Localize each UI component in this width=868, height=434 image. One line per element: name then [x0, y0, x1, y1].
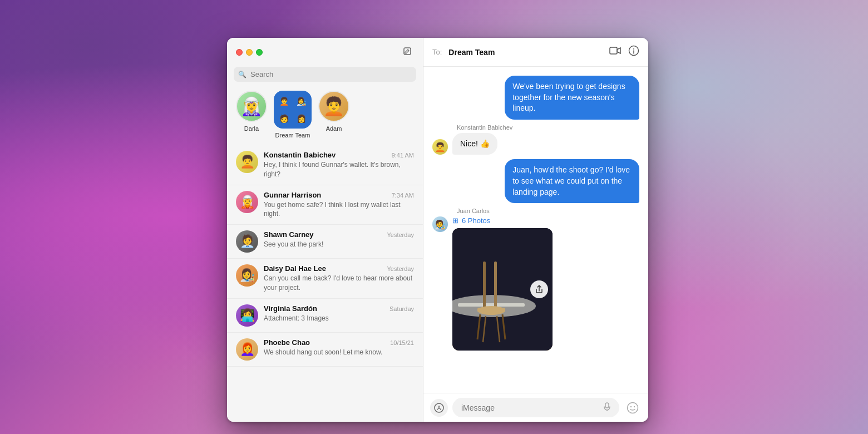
svg-text:A: A — [437, 405, 441, 411]
video-call-icon[interactable] — [609, 46, 622, 58]
message-outgoing-1: We've been trying to get designs togethe… — [432, 76, 639, 120]
message-input-bar: A — [423, 393, 648, 422]
conversation-list: 🧑‍🦱 Konstantin Babichev 9:41 AM Hey, I t… — [227, 145, 423, 422]
group-face-2: 👩‍🎨 — [297, 97, 306, 105]
info-icon[interactable] — [628, 45, 639, 59]
svg-rect-9 — [494, 262, 497, 312]
search-bar: 🔍 — [234, 67, 416, 82]
messages-window: 🔍 🧝‍♀️ Darla 🧑‍🦱 👩‍🎨 🧑 👩 Dream — [227, 38, 648, 422]
recent-contact-adam[interactable]: 🧑‍🦱 Adam — [318, 91, 349, 139]
sc-time: Yesterday — [387, 231, 414, 238]
bubble-outgoing-2: Juan, how'd the shoot go? I'd love to se… — [505, 159, 639, 203]
svg-point-22 — [634, 406, 635, 407]
conversation-item-gh[interactable]: 🧝 Gunnar Harrison 7:34 AM You get home s… — [227, 185, 423, 225]
pc-time: 10/15/21 — [390, 339, 414, 346]
conversation-item-vs[interactable]: 👩‍💻 Virginia Sardón Saturday Attachment:… — [227, 299, 423, 333]
message-outgoing-2: Juan, how'd the shoot go? I'd love to se… — [432, 159, 639, 203]
message-input[interactable] — [461, 403, 599, 412]
bubble-incoming-kb: Nice! 👍 — [452, 133, 497, 155]
group-face-3: 🧑 — [279, 115, 289, 122]
maximize-button[interactable] — [256, 49, 263, 56]
svg-point-20 — [628, 402, 638, 413]
recent-contacts-row: 🧝‍♀️ Darla 🧑‍🦱 👩‍🎨 🧑 👩 Dream Team 🧑‍🦱 — [227, 86, 423, 145]
conversation-item-pc[interactable]: 👩‍🦰 Phoebe Chao 10/15/21 We should hang … — [227, 333, 423, 367]
vs-avatar: 👩‍💻 — [236, 304, 258, 327]
emoji-button[interactable] — [624, 399, 642, 417]
kb-avatar: 🧑‍🦱 — [236, 151, 258, 173]
message-incoming-kb: Konstantin Babichev 🧑‍🦱 Nice! 👍 — [432, 124, 639, 155]
kb-preview: Hey, I think I found Gunnar's wallet. It… — [264, 160, 414, 179]
jc-sender-label: Juan Carlos — [457, 208, 490, 214]
adam-name: Adam — [326, 125, 342, 132]
group-face-1: 🧑‍🦱 — [279, 97, 289, 105]
vs-content: Virginia Sardón Saturday Attachment: 3 I… — [264, 304, 414, 323]
pc-avatar: 👩‍🦰 — [236, 338, 258, 361]
conversation-item-sc[interactable]: 🧑‍💼 Shawn Carney Yesterday See you at th… — [227, 225, 423, 259]
kb-content: Konstantin Babichev 9:41 AM Hey, I think… — [264, 151, 414, 179]
dream-team-avatar: 🧑‍🦱 👩‍🎨 🧑 👩 — [274, 91, 312, 129]
sidebar: 🔍 🧝‍♀️ Darla 🧑‍🦱 👩‍🎨 🧑 👩 Dream — [227, 38, 423, 422]
gh-time: 7:34 AM — [392, 192, 414, 199]
message-input-wrap — [452, 398, 619, 417]
jc-photo-content: ⊞ 6 Photos — [452, 216, 553, 351]
close-button[interactable] — [236, 49, 243, 56]
photos-grid-icon: ⊞ — [452, 216, 458, 225]
conversation-item-ddhl[interactable]: 👩‍🎨 Daisy Dal Hae Lee Yesterday Can you … — [227, 259, 423, 299]
darla-name: Darla — [244, 125, 259, 132]
ddhl-avatar: 👩‍🎨 — [236, 264, 258, 287]
vs-name: Virginia Sardón — [264, 304, 317, 313]
sc-avatar: 🧑‍💼 — [236, 230, 258, 253]
svg-point-21 — [630, 406, 632, 407]
to-label: To: — [432, 48, 442, 56]
sc-name: Shawn Carney — [264, 230, 314, 239]
messages-area: We've been trying to get designs togethe… — [423, 67, 648, 393]
svg-point-3 — [633, 48, 634, 50]
chat-header-actions — [609, 45, 639, 59]
pc-content: Phoebe Chao 10/15/21 We should hang out … — [264, 338, 414, 357]
svg-rect-11 — [477, 308, 505, 312]
kb-time: 9:41 AM — [392, 152, 414, 159]
gh-preview: You get home safe? I think I lost my wal… — [264, 200, 414, 219]
dictation-icon[interactable] — [604, 402, 610, 413]
vs-preview: Attachment: 3 Images — [264, 314, 414, 323]
svg-rect-18 — [605, 403, 609, 408]
dream-team-name: Dream Team — [275, 132, 310, 139]
recent-contact-dream-team[interactable]: 🧑‍🦱 👩‍🎨 🧑 👩 Dream Team — [274, 91, 312, 139]
sc-preview: See you at the park! — [264, 240, 414, 249]
kb-msg-avatar: 🧑‍🦱 — [432, 139, 448, 155]
search-icon: 🔍 — [238, 71, 246, 78]
traffic-lights — [236, 49, 263, 56]
photos-count-label[interactable]: ⊞ 6 Photos — [452, 216, 553, 225]
darla-avatar: 🧝‍♀️ — [236, 91, 267, 122]
ddhl-content: Daisy Dal Hae Lee Yesterday Can you call… — [264, 264, 414, 293]
recent-contact-darla[interactable]: 🧝‍♀️ Darla — [236, 91, 267, 139]
chat-header: To: Dream Team — [423, 38, 648, 67]
jc-avatar: 🧑‍🎨 — [432, 216, 448, 232]
gh-name: Gunnar Harrison — [264, 191, 321, 199]
kb-sender-label: Konstantin Babichev — [457, 124, 512, 131]
chat-contact-name: Dream Team — [448, 48, 605, 57]
adam-avatar: 🧑‍🦱 — [318, 91, 349, 122]
bubble-outgoing-1: We've been trying to get designs togethe… — [505, 76, 639, 120]
group-face-4: 👩 — [297, 115, 306, 122]
compose-button[interactable] — [401, 45, 414, 61]
gh-content: Gunnar Harrison 7:34 AM You get home saf… — [264, 191, 414, 219]
vs-time: Saturday — [389, 305, 414, 312]
photo-thumbnail[interactable] — [452, 228, 553, 351]
ddhl-name: Daisy Dal Hae Lee — [264, 264, 326, 273]
chat-panel: To: Dream Team — [423, 38, 648, 422]
sc-content: Shawn Carney Yesterday See you at the pa… — [264, 230, 414, 249]
minimize-button[interactable] — [246, 49, 253, 56]
gh-avatar: 🧝 — [236, 191, 258, 213]
pc-preview: We should hang out soon! Let me know. — [264, 348, 414, 357]
pc-name: Phoebe Chao — [264, 338, 310, 347]
ddhl-time: Yesterday — [387, 265, 414, 272]
svg-rect-1 — [610, 47, 617, 54]
photo-share-button[interactable] — [530, 280, 548, 298]
message-photo-jc: Juan Carlos 🧑‍🎨 ⊞ 6 Photos — [432, 208, 639, 351]
conversation-item-kb[interactable]: 🧑‍🦱 Konstantin Babichev 9:41 AM Hey, I t… — [227, 145, 423, 185]
kb-name: Konstantin Babichev — [264, 151, 336, 159]
app-store-button[interactable]: A — [430, 399, 448, 417]
search-input[interactable] — [234, 67, 416, 82]
photos-count-text: 6 Photos — [462, 216, 490, 225]
